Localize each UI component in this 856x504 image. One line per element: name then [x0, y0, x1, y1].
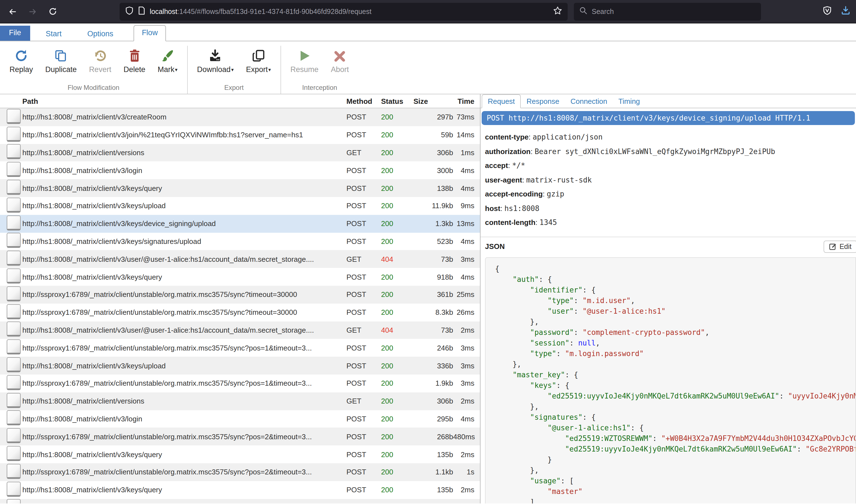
page-info-icon[interactable] [138, 6, 145, 17]
json-line: "type": "m.login.password" [495, 348, 855, 359]
flow-path: http://hs1:8008/_matrix/client/v3/keys/u… [22, 202, 346, 210]
flow-size: 1.1kb [410, 468, 453, 476]
flow-row[interactable]: http://hs1:8008/_matrix/client/v3/loginP… [0, 162, 480, 179]
mark-button[interactable]: Mark [151, 46, 184, 76]
flow-row[interactable]: http://ssproxy1:6789/_matrix/client/unst… [0, 375, 480, 392]
flow-row[interactable]: http://hs1:8008/_matrix/client/v3/keys/s… [0, 232, 480, 250]
menu-tab-start[interactable]: Start [38, 27, 70, 41]
header-line[interactable]: accept-encoding: gzip [485, 187, 856, 201]
json-line: "@user-1-alice:hs1": { [495, 422, 855, 433]
header-value: hs1:8008 [504, 204, 539, 212]
col-method[interactable]: Method [346, 97, 381, 105]
json-line: "keys": { [495, 380, 855, 391]
duplicate-button[interactable]: Duplicate [39, 46, 83, 76]
flow-row[interactable]: http://hs1:8008/_matrix/client/v3/create… [0, 108, 480, 126]
flow-time: 14ms [453, 131, 480, 139]
edit-button[interactable]: Edit [824, 240, 856, 253]
flow-row[interactable]: http://hs1:8008/_matrix/client/v3/keys/q… [0, 268, 480, 286]
flow-row[interactable]: http://ssproxy1:6789/_matrix/client/unst… [0, 428, 480, 446]
url-bar[interactable]: localhost:1445/#/flows/fba5f13d-91e1-437… [120, 2, 568, 20]
flow-time: 26ms [453, 308, 480, 317]
header-line[interactable]: content-type: application/json [485, 130, 856, 144]
header-line[interactable]: authorization: Bearer syt_dXNlci0xLWFsaW… [485, 144, 856, 159]
flow-row[interactable]: http://ssproxy1:6789/_matrix/client/unst… [0, 463, 480, 481]
flow-row[interactable]: http://hs1:8008/_matrix/client/v3/loginP… [0, 410, 480, 428]
flow-row[interactable]: http://hs1:8008/_matrix/client/v3/keys/d… [0, 215, 480, 233]
delete-button[interactable]: Delete [117, 46, 151, 76]
request-line[interactable]: POST http://hs1:8008/_matrix/client/v3/k… [482, 111, 855, 125]
flow-row[interactable]: http://hs1:8008/_matrix/client/v3/user/@… [0, 250, 480, 268]
flow-time: 9ms [453, 202, 480, 210]
header-name: accept [485, 161, 508, 170]
col-path[interactable]: Path [22, 97, 346, 105]
col-size[interactable]: Size [410, 97, 453, 105]
header-line[interactable]: user-agent: matrix-rust-sdk [485, 173, 856, 187]
col-status[interactable]: Status [381, 97, 410, 105]
replay-button[interactable]: Replay [3, 46, 39, 76]
search-bar[interactable]: Search [574, 2, 761, 20]
flow-row[interactable]: http://hs1:8008/_matrix/client/versionsG… [0, 392, 480, 410]
flow-row[interactable]: http://ssproxy1:6789/_matrix/client/unst… [0, 339, 480, 357]
forward-button[interactable] [28, 7, 37, 16]
account-shield-icon[interactable] [822, 5, 832, 18]
flow-row[interactable]: http://hs1:8008/_matrix/client/v3/keys/u… [0, 197, 480, 215]
shield-icon[interactable] [125, 6, 134, 17]
flow-row[interactable]: http://hs1:8008/_matrix/client/v3/join/%… [0, 126, 480, 144]
flow-method: POST [346, 486, 381, 494]
back-button[interactable] [8, 7, 17, 16]
url-text[interactable]: localhost:1445/#/flows/fba5f13d-91e1-437… [150, 7, 549, 15]
flow-path: http://hs1:8008/_matrix/client/v3/user/@… [22, 255, 346, 264]
flow-path: http://hs1:8008/_matrix/client/v3/keys/q… [22, 184, 346, 192]
flow-row[interactable]: http://hs1:8008/_matrix/client/v3/user/@… [0, 321, 480, 339]
flow-row[interactable]: http://hs1:8008/_matrix/client/v3/keys/q… [0, 481, 480, 499]
resume-button[interactable]: Resume [285, 46, 325, 76]
header-value: Bearer syt_dXNlci0xLWFsaWNl_eQfgkZywoiMg… [535, 147, 775, 156]
flow-row[interactable]: http://ssproxy1:6789/_matrix/client/unst… [0, 286, 480, 304]
tab-response[interactable]: Response [521, 95, 565, 108]
flow-row[interactable] [0, 499, 480, 503]
abort-button[interactable]: Abort [325, 46, 355, 76]
download-button[interactable]: Download [191, 46, 240, 76]
header-line[interactable]: content-length: 1345 [485, 215, 856, 230]
flow-time: 2ms [453, 326, 480, 334]
menu-tab-file[interactable]: File [0, 26, 30, 41]
flow-method: POST [346, 415, 381, 423]
flow-size: 306b [410, 397, 453, 405]
flow-time: 480ms [453, 432, 480, 440]
flow-type-icon [7, 375, 21, 390]
header-line[interactable]: host: hs1:8008 [485, 201, 856, 215]
reload-button[interactable] [48, 7, 57, 16]
bookmark-star-icon[interactable] [553, 6, 562, 17]
flow-row[interactable]: http://hs1:8008/_matrix/client/v3/keys/u… [0, 357, 480, 375]
flow-path: http://hs1:8008/_matrix/client/v3/keys/s… [22, 237, 346, 246]
flow-row[interactable]: http://hs1:8008/_matrix/client/versionsG… [0, 144, 480, 162]
col-time[interactable]: Time [453, 97, 480, 105]
flow-status: 200 [381, 219, 410, 228]
flow-row[interactable]: http://hs1:8008/_matrix/client/v3/keys/q… [0, 445, 480, 463]
revert-button[interactable]: Revert [83, 46, 118, 76]
flow-method: POST [346, 468, 381, 476]
downloads-icon[interactable] [841, 5, 851, 17]
flow-type-icon [7, 268, 21, 284]
flow-row[interactable]: http://ssproxy1:6789/_matrix/client/unst… [0, 304, 480, 322]
header-value: matrix-rust-sdk [526, 176, 592, 184]
flow-status: 200 [381, 415, 410, 423]
flow-type-icon [7, 233, 21, 248]
menu-tab-flow[interactable]: Flow [134, 25, 166, 41]
menu-tab-options[interactable]: Options [80, 27, 121, 41]
flow-status: 200 [381, 486, 410, 494]
tab-timing[interactable]: Timing [613, 95, 646, 108]
flow-status: 200 [381, 290, 410, 299]
flow-time: 25ms [453, 290, 480, 299]
flow-size: 297b [410, 113, 453, 121]
tab-request[interactable]: Request [482, 94, 521, 108]
tab-connection[interactable]: Connection [565, 95, 613, 108]
header-line[interactable]: accept: */* [485, 159, 856, 173]
flow-row[interactable]: http://hs1:8008/_matrix/client/v3/keys/q… [0, 179, 480, 197]
caret-down-icon [268, 65, 271, 74]
flow-status: 200 [381, 202, 410, 210]
json-body-viewer[interactable]: { "auth": { "identifier": { "type": "m.i… [485, 257, 856, 503]
export-button[interactable]: Export [240, 46, 277, 76]
flow-path: http://hs1:8008/_matrix/client/v3/keys/u… [22, 361, 346, 370]
download-icon [209, 48, 222, 62]
